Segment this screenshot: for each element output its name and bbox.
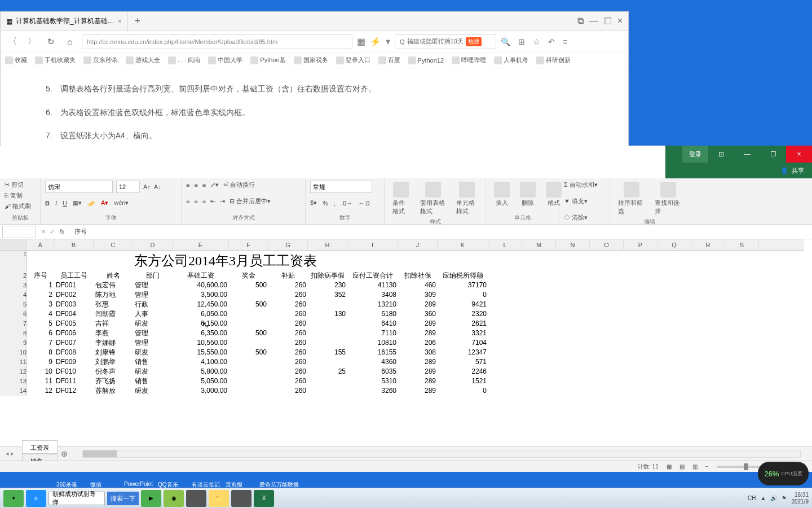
close-icon[interactable]: × xyxy=(118,17,122,25)
cell[interactable]: 155 xyxy=(308,348,347,357)
cell[interactable]: 206 xyxy=(398,338,438,348)
cell[interactable]: 研发 xyxy=(133,348,173,357)
table-row[interactable]: 1412DF012苏解放研发3,000.0026032602890 xyxy=(0,386,804,396)
cell[interactable]: 7 xyxy=(27,338,54,348)
fill-button[interactable]: ▼ 填充▾ xyxy=(564,197,588,205)
cell[interactable]: 10810 xyxy=(347,338,398,348)
table-row[interactable]: 42DF002陈万地管理3,500.0026035234083090 xyxy=(0,290,804,300)
cell[interactable]: 销售 xyxy=(133,376,173,386)
search-icon[interactable]: 🔍 xyxy=(501,37,510,46)
cell[interactable]: 25 xyxy=(308,367,347,376)
close-icon[interactable]: × xyxy=(786,146,812,163)
cell[interactable]: 11 xyxy=(27,376,54,386)
clear-button[interactable]: ◇ 清除▾ xyxy=(564,213,588,222)
cell[interactable]: 7104 xyxy=(438,338,488,348)
reload-icon[interactable]: ↻ xyxy=(43,34,58,49)
column-header[interactable]: E xyxy=(173,239,229,250)
tray-icon[interactable]: ⚑ xyxy=(782,495,787,501)
bookmark-item[interactable]: . . : 闽南 xyxy=(168,56,200,64)
tray-icon[interactable]: ▲ xyxy=(761,495,766,501)
cell[interactable]: 500 xyxy=(229,329,268,338)
indent-right-icon[interactable]: ⇥ xyxy=(220,198,225,205)
cell[interactable]: 41130 xyxy=(347,281,398,290)
cell[interactable]: 15,550.00 xyxy=(173,348,229,357)
cell[interactable]: 289 xyxy=(398,300,438,309)
forward-icon[interactable]: 〉 xyxy=(24,34,39,49)
cell[interactable]: 包宏伟 xyxy=(94,281,133,290)
align-right-icon[interactable]: ≡ xyxy=(202,198,206,204)
bookmark-item[interactable]: 中国大学 xyxy=(208,56,242,64)
cell[interactable]: 289 xyxy=(398,386,438,396)
cell[interactable]: 289 xyxy=(398,367,438,376)
add-sheet-button[interactable]: ⊕ xyxy=(58,449,71,458)
fx-icon[interactable]: fx xyxy=(59,228,64,235)
column-header[interactable]: K xyxy=(438,239,488,250)
qr-icon[interactable]: ▦ xyxy=(357,36,365,47)
column-header[interactable]: L xyxy=(488,239,522,250)
cell[interactable] xyxy=(308,319,347,329)
flash-icon[interactable]: ⚡ xyxy=(370,36,381,47)
cell[interactable]: DF005 xyxy=(54,319,94,329)
bookmark-item[interactable]: 手机收藏夹 xyxy=(35,56,76,64)
column-header[interactable]: R xyxy=(691,239,725,250)
cell[interactable]: 260 xyxy=(268,338,308,348)
cell[interactable]: 3,000.00 xyxy=(173,386,229,396)
conditional-format-button[interactable]: 条件格式 xyxy=(389,181,413,217)
column-header[interactable]: P xyxy=(624,239,657,250)
align-center-icon[interactable]: ≡ xyxy=(194,198,197,204)
window-split-icon[interactable]: ⧉ xyxy=(577,16,584,27)
cell[interactable]: 6,150.00 xyxy=(173,319,229,329)
bookmark-item[interactable]: 科研创新 xyxy=(536,56,571,64)
cell[interactable]: 3321 xyxy=(438,329,488,338)
clock[interactable]: 16:31 2021/9 xyxy=(791,492,809,505)
view-layout-icon[interactable]: ▤ xyxy=(679,463,685,470)
search-button[interactable]: 搜索一下 xyxy=(107,492,139,505)
taskbar-search[interactable]: 朝鲜成功试射导弹 xyxy=(48,492,105,505)
formula-input[interactable]: 序号 xyxy=(70,227,812,236)
table-row[interactable]: 1210DF010倪冬声研发5,800.002602560352892246 xyxy=(0,367,804,376)
cell[interactable]: 260 xyxy=(268,319,308,329)
column-header[interactable]: Q xyxy=(657,239,691,250)
cell[interactable] xyxy=(308,386,347,396)
increase-decimal-icon[interactable]: .0→ xyxy=(341,200,352,207)
cpu-widget[interactable]: 26% CPU温度 xyxy=(758,462,809,485)
table-row[interactable]: 97DF007李娜娜管理10,550.00260108102067104 xyxy=(0,338,804,348)
column-header[interactable]: D xyxy=(133,239,173,250)
sheet-nav[interactable]: ◂ ▸ xyxy=(0,450,20,457)
login-button[interactable]: 登录 xyxy=(682,146,708,163)
cell[interactable]: 571 xyxy=(438,357,488,367)
bookmark-item[interactable]: 游戏大全 xyxy=(126,56,160,64)
italic-button[interactable]: I xyxy=(55,200,57,207)
cell[interactable]: 4360 xyxy=(347,357,398,367)
cell[interactable]: 0 xyxy=(438,386,488,396)
bookmark-item[interactable]: 哔哩哔哩 xyxy=(452,56,486,64)
cell-styles-button[interactable]: 单元格样式 xyxy=(453,181,481,217)
cell[interactable]: 13210 xyxy=(347,300,398,309)
underline-button[interactable]: U xyxy=(63,200,67,207)
fill-color-button[interactable]: ◢▾ xyxy=(87,199,95,207)
cell[interactable]: 刘康锋 xyxy=(94,348,133,357)
format-painter-button[interactable]: 🖌 格式刷 xyxy=(5,202,31,211)
delete-button[interactable]: 删除 xyxy=(517,181,539,208)
table-row[interactable]: 31DF001包宏伟管理40,600.005002602304113046037… xyxy=(0,281,804,290)
cell[interactable]: 2320 xyxy=(438,309,488,319)
app-icon[interactable]: ▶ xyxy=(141,490,161,507)
column-headers[interactable]: ABCDEFGHIJKLMNOPQRS xyxy=(0,239,804,251)
cell[interactable]: 5 xyxy=(27,319,54,329)
cell[interactable]: 6,050.00 xyxy=(173,309,229,319)
ime-indicator[interactable]: CH xyxy=(748,495,756,501)
cell[interactable]: 130 xyxy=(308,309,347,319)
cell[interactable]: 12347 xyxy=(438,348,488,357)
explorer-icon[interactable]: 📁 xyxy=(209,490,229,507)
cell[interactable] xyxy=(229,357,268,367)
copy-button[interactable]: ⎘ 复制 xyxy=(5,191,23,200)
cell[interactable]: 8 xyxy=(27,348,54,357)
cell[interactable]: 2621 xyxy=(438,319,488,329)
bookmark-item[interactable]: 百度 xyxy=(378,56,400,64)
dropdown-icon[interactable]: ▾ xyxy=(386,36,390,47)
cell[interactable]: 500 xyxy=(229,281,268,290)
cell[interactable]: 10 xyxy=(27,367,54,376)
cell[interactable] xyxy=(308,338,347,348)
currency-icon[interactable]: $▾ xyxy=(310,199,317,207)
cell[interactable]: 230 xyxy=(308,281,347,290)
